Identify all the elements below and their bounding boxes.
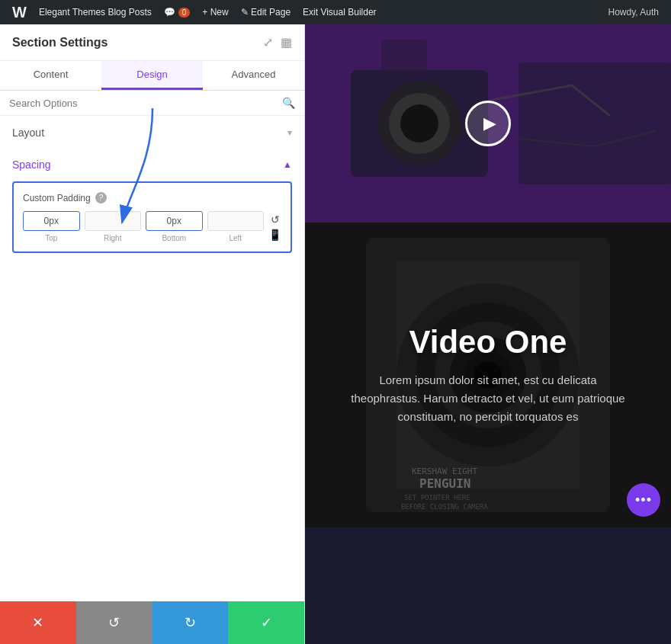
custom-padding-header: Custom Padding ? (23, 192, 281, 203)
layout-section-row[interactable]: Layout ▾ (0, 116, 304, 149)
spacing-chevron-up-icon: ▲ (283, 159, 292, 170)
padding-left-field: Left (207, 211, 265, 242)
padding-right-label: Right (104, 234, 121, 242)
undo-button[interactable]: ↺ (76, 601, 152, 644)
padding-top-field: Top (23, 211, 80, 242)
sidebar-content: Layout ▾ Spacing ▲ Custom Padding ? (0, 116, 304, 644)
svg-text:BEFORE CLOSING CAMERA: BEFORE CLOSING CAMERA (401, 503, 488, 511)
padding-right-field: Right (85, 211, 142, 242)
play-button[interactable]: ▶ (465, 101, 511, 146)
spacing-header[interactable]: Spacing ▲ (12, 159, 292, 178)
layout-label: Layout (12, 127, 44, 139)
sidebar-panel: Section Settings ⤢ ▦ Content Design Adva… (0, 24, 305, 644)
padding-fields: Top Right Bottom (23, 211, 281, 242)
content-area: ▶ KER (305, 24, 671, 644)
admin-bar: W Elegant Themes Blog Posts 💬 0 + New ✎ … (0, 0, 671, 24)
tab-design[interactable]: Design (101, 61, 203, 90)
video-section: ▶ (305, 24, 671, 223)
new-label: + New (202, 7, 228, 18)
help-icon[interactable]: ? (95, 192, 107, 203)
bottom-toolbar: ✕ ↺ ↻ ✓ (0, 601, 304, 644)
tab-bar: Content Design Advanced (0, 61, 304, 91)
comment-count: 0 (178, 8, 191, 18)
cancel-button[interactable]: ✕ (0, 601, 76, 644)
save-button[interactable]: ✓ (228, 601, 304, 644)
video-description: Lorem ipsum dolor sit amet, est cu delic… (343, 371, 633, 426)
main-layout: Section Settings ⤢ ▦ Content Design Adva… (0, 24, 671, 644)
new-button[interactable]: + New (196, 0, 234, 24)
header-icons: ⤢ ▦ (263, 35, 292, 50)
wp-logo[interactable]: W (6, 0, 33, 24)
comments-link[interactable]: 💬 0 (158, 0, 197, 24)
svg-text:KERSHAW EIGHT: KERSHAW EIGHT (412, 466, 477, 476)
custom-padding-title: Custom Padding (23, 193, 91, 203)
padding-device-icon[interactable]: 📱 (268, 229, 281, 241)
svg-point-5 (400, 104, 438, 143)
padding-controls: ↺ 📱 (268, 213, 281, 241)
custom-padding-box: Custom Padding ? Top (12, 181, 292, 253)
exit-label: Exit Visual Builder (303, 7, 377, 18)
layout-chevron-down-icon: ▾ (287, 127, 292, 138)
dots-icon: ••• (635, 492, 652, 508)
second-section-content: Video One Lorem ipsum dolor sit amet, es… (343, 324, 633, 426)
video-one-title: Video One (343, 324, 633, 360)
grid-icon[interactable]: ▦ (281, 35, 292, 50)
padding-top-input[interactable] (23, 211, 80, 231)
section-settings-title: Section Settings (12, 36, 108, 50)
spacing-section: Spacing ▲ Custom Padding ? (0, 149, 304, 253)
exit-visual-builder[interactable]: Exit Visual Builder (297, 0, 383, 24)
edit-page-label: ✎ Edit Page (241, 7, 291, 18)
search-icon: 🔍 (282, 97, 295, 109)
tab-advanced[interactable]: Advanced (203, 61, 304, 90)
search-bar: 🔍 (0, 91, 304, 116)
padding-left-input[interactable] (207, 211, 265, 231)
play-icon: ▶ (483, 114, 496, 133)
padding-bottom-input[interactable] (146, 211, 203, 231)
padding-top-label: Top (45, 234, 57, 242)
tab-content[interactable]: Content (0, 61, 101, 90)
redo-button[interactable]: ↻ (152, 601, 229, 644)
padding-bottom-field: Bottom (146, 211, 203, 242)
spacing-label: Spacing (12, 159, 51, 171)
search-input[interactable] (9, 98, 282, 109)
section-settings-header: Section Settings ⤢ ▦ (0, 24, 304, 61)
second-section: KERSHAW EIGHT PENGUIN SET POINTER HERE B… (305, 223, 671, 527)
svg-rect-7 (518, 62, 671, 184)
padding-bottom-label: Bottom (162, 234, 186, 242)
purple-dot-menu[interactable]: ••• (627, 483, 660, 517)
site-name[interactable]: Elegant Themes Blog Posts (33, 0, 158, 24)
padding-right-input[interactable] (85, 211, 142, 231)
expand-icon[interactable]: ⤢ (263, 35, 273, 50)
site-label: Elegant Themes Blog Posts (39, 7, 152, 18)
svg-rect-6 (381, 40, 427, 78)
padding-left-label: Left (229, 234, 242, 242)
svg-text:SET POINTER HERE: SET POINTER HERE (404, 494, 470, 501)
comment-icon: 💬 (164, 7, 175, 18)
wp-logo-symbol: W (12, 4, 27, 21)
howdy-label: Howdy, Auth (602, 7, 665, 18)
edit-page-button[interactable]: ✎ Edit Page (235, 0, 297, 24)
svg-text:PENGUIN: PENGUIN (419, 476, 470, 491)
padding-reset-icon[interactable]: ↺ (271, 213, 280, 226)
